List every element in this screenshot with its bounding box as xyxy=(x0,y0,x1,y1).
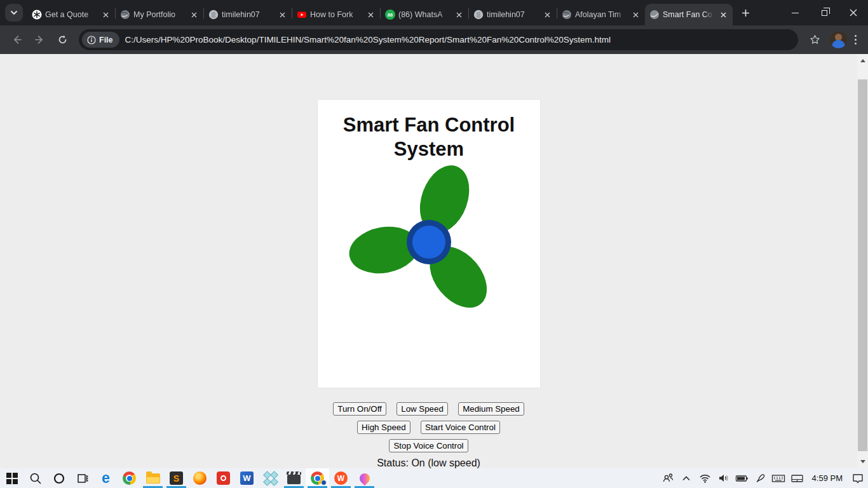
red-target-app-icon xyxy=(217,471,230,485)
start-button[interactable] xyxy=(0,468,24,488)
tab-title: Smart Fan Co xyxy=(663,10,715,19)
browser-tab-timilehin07-1[interactable]: timilehin07 xyxy=(204,4,292,25)
search-icon xyxy=(29,472,42,485)
taskbar-search-button[interactable] xyxy=(24,468,47,488)
new-tab-button[interactable] xyxy=(736,4,754,22)
windows-ink-button[interactable] xyxy=(751,468,770,488)
touchpad-button[interactable] xyxy=(788,468,806,488)
star-icon xyxy=(810,34,820,45)
url-text: C:/Users/HP%20ProBook/Desktop/TIMILEHIN/… xyxy=(125,35,611,44)
globe-icon xyxy=(649,10,660,20)
tab-close-icon[interactable] xyxy=(718,10,728,20)
window-minimize-button[interactable] xyxy=(780,0,810,25)
profile-avatar[interactable] xyxy=(830,31,847,48)
tab-title: (86) WhatsA xyxy=(398,10,451,19)
address-bar[interactable]: File C:/Users/HP%20ProBook/Desktop/TIMIL… xyxy=(79,29,798,50)
word-button[interactable]: W xyxy=(235,468,259,488)
scrollbar-thumb[interactable] xyxy=(858,79,867,451)
browser-tab-whatsapp[interactable]: 86 (86) WhatsA xyxy=(381,4,468,25)
people-button[interactable] xyxy=(659,468,677,488)
forward-icon xyxy=(34,34,45,45)
firefox-button[interactable] xyxy=(188,468,212,488)
back-button[interactable] xyxy=(6,30,27,50)
clapperboard-icon xyxy=(287,475,301,484)
tab-title: Afolayan Tim xyxy=(575,10,627,19)
browser-tab-smart-fan-active[interactable]: Smart Fan Co xyxy=(645,4,733,25)
browser-tab-get-a-quote[interactable]: Get a Quote xyxy=(27,4,115,25)
file-chip-label: File xyxy=(99,36,113,44)
cortana-icon xyxy=(53,472,65,485)
medium-speed-button[interactable]: Medium Speed xyxy=(458,402,524,416)
edge-button[interactable]: e xyxy=(94,468,118,488)
whatsapp-unread-badge: 86 xyxy=(388,12,393,18)
browser-menu-button[interactable] xyxy=(851,31,863,48)
page-viewport: Smart Fan Control System Turn On/Off Low… xyxy=(0,54,868,468)
crystal-x-app-button[interactable] xyxy=(259,468,282,488)
crystal-x-app-icon xyxy=(264,471,278,485)
browser-tab-timilehin07-2[interactable]: timilehin07 xyxy=(469,4,557,25)
high-speed-button[interactable]: High Speed xyxy=(357,421,410,434)
browser-tab-my-portfolio[interactable]: My Portfolio xyxy=(116,4,203,25)
tab-search-button[interactable] xyxy=(5,4,23,22)
turn-on-off-button[interactable]: Turn On/Off xyxy=(333,402,386,416)
wps-office-button[interactable]: W xyxy=(329,468,353,488)
file-scheme-chip[interactable]: File xyxy=(82,32,119,48)
tab-close-icon[interactable] xyxy=(277,10,287,20)
tab-title: timilehin07 xyxy=(222,10,274,19)
sublime-text-button[interactable]: S xyxy=(165,468,188,488)
touch-keyboard-button[interactable] xyxy=(770,468,788,488)
action-center-button[interactable] xyxy=(848,468,867,488)
tab-close-icon[interactable] xyxy=(454,10,464,20)
scrollbar-down-arrow[interactable] xyxy=(857,456,868,467)
browser-tab-how-to-fork[interactable]: How to Fork xyxy=(292,4,380,25)
chrome-pinned-button[interactable] xyxy=(118,468,141,488)
battery-button[interactable] xyxy=(733,468,751,488)
wifi-icon xyxy=(699,472,711,484)
reload-button[interactable] xyxy=(52,30,72,50)
tab-close-icon[interactable] xyxy=(630,10,641,20)
show-hidden-icons-button[interactable] xyxy=(677,468,696,488)
window-restore-button[interactable] xyxy=(810,0,839,25)
red-target-app-button[interactable] xyxy=(212,468,235,488)
file-explorer-icon xyxy=(146,473,160,484)
task-view-button[interactable] xyxy=(71,468,94,488)
github-icon xyxy=(473,10,484,20)
scrollbar-up-arrow[interactable] xyxy=(857,55,868,66)
minimize-icon xyxy=(792,13,799,13)
tab-close-icon[interactable] xyxy=(542,10,552,20)
chrome-running-button[interactable] xyxy=(306,468,329,488)
chrome-badge xyxy=(321,480,327,485)
page-scrollbar[interactable] xyxy=(857,54,868,468)
chrome-icon xyxy=(123,471,136,485)
speaker-icon xyxy=(717,472,729,484)
file-explorer-button[interactable] xyxy=(141,468,165,488)
youtube-icon xyxy=(297,10,307,20)
stop-voice-control-button[interactable]: Stop Voice Control xyxy=(389,439,468,452)
windows-taskbar: e S W W xyxy=(0,468,868,488)
low-speed-button[interactable]: Low Speed xyxy=(397,402,448,416)
chevron-up-icon xyxy=(681,473,691,484)
tab-close-icon[interactable] xyxy=(189,10,199,20)
browser-toolbar: File C:/Users/HP%20ProBook/Desktop/TIMIL… xyxy=(0,25,868,54)
taskbar-clock[interactable]: 4:59 PM xyxy=(806,473,848,483)
start-voice-control-button[interactable]: Start Voice Control xyxy=(421,421,500,434)
globe-icon xyxy=(120,10,130,20)
wifi-button[interactable] xyxy=(696,468,714,488)
video-editor-button[interactable] xyxy=(282,468,306,488)
plus-icon xyxy=(742,9,750,17)
tab-title: timilehin07 xyxy=(487,10,539,19)
paint-3d-icon xyxy=(357,471,372,485)
forward-button[interactable] xyxy=(29,30,50,50)
tab-close-icon[interactable] xyxy=(365,10,376,20)
window-close-button[interactable] xyxy=(839,0,868,25)
cortana-button[interactable] xyxy=(47,468,71,488)
browser-tab-afolayan[interactable]: Afolayan Tim xyxy=(557,4,645,25)
tab-close-icon[interactable] xyxy=(100,10,111,20)
chatgpt-icon xyxy=(32,10,42,20)
volume-button[interactable] xyxy=(714,468,733,488)
bookmark-button[interactable] xyxy=(804,30,825,50)
paint-3d-button[interactable] xyxy=(353,468,376,488)
desktop: Get a Quote My Portfolio xyxy=(0,0,868,488)
whatsapp-icon: 86 xyxy=(385,10,395,20)
firefox-icon xyxy=(193,471,207,485)
